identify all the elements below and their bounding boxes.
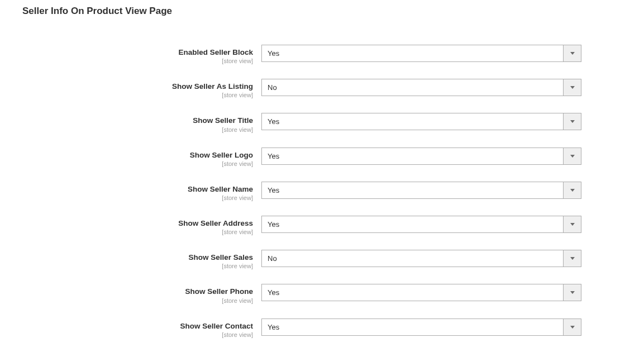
show-seller-phone-select[interactable]: Yes: [261, 284, 581, 301]
field-scope: [store view]: [22, 331, 253, 338]
select-value[interactable]: Yes: [261, 45, 563, 62]
field-label-wrap: Show Seller As Listing[store view]: [22, 79, 261, 98]
chevron-down-icon[interactable]: [563, 148, 581, 165]
chevron-down-icon[interactable]: [563, 319, 581, 336]
field-label-wrap: Show Seller Phone[store view]: [22, 284, 261, 303]
field-scope: [store view]: [22, 229, 253, 235]
field-label-wrap: Show Seller Contact[store view]: [22, 319, 261, 338]
field-scope: [store view]: [22, 58, 253, 64]
field-control: Yes: [261, 148, 581, 165]
show-seller-logo-select[interactable]: Yes: [261, 148, 581, 165]
field-row-enabled-seller-block: Enabled Seller Block[store view]Yes: [22, 45, 610, 64]
field-label-wrap: Show Seller Name[store view]: [22, 182, 261, 201]
field-row-show-seller-address: Show Seller Address[store view]Yes: [22, 216, 610, 235]
chevron-down-icon[interactable]: [563, 45, 581, 62]
field-control: No: [261, 79, 581, 96]
chevron-down-icon[interactable]: [563, 250, 581, 267]
form-container: Enabled Seller Block[store view]YesShow …: [22, 45, 610, 347]
show-seller-title-select[interactable]: Yes: [261, 113, 581, 130]
select-value[interactable]: No: [261, 250, 563, 267]
field-scope: [store view]: [22, 263, 253, 269]
select-value[interactable]: Yes: [261, 148, 563, 165]
select-value[interactable]: Yes: [261, 182, 563, 199]
field-label-wrap: Show Seller Logo[store view]: [22, 148, 261, 167]
field-label-wrap: Show Seller Sales[store view]: [22, 250, 261, 269]
chevron-down-icon[interactable]: [563, 182, 581, 199]
field-label-wrap: Show Seller Address[store view]: [22, 216, 261, 235]
field-control: Yes: [261, 45, 581, 62]
select-value[interactable]: Yes: [261, 113, 563, 130]
field-row-show-seller-title: Show Seller Title[store view]Yes: [22, 113, 610, 132]
select-value[interactable]: Yes: [261, 284, 563, 301]
field-control: Yes: [261, 216, 581, 233]
field-row-show-seller-phone: Show Seller Phone[store view]Yes: [22, 284, 610, 303]
select-value[interactable]: No: [261, 79, 563, 96]
field-label: Show Seller Phone: [22, 287, 253, 296]
chevron-down-icon[interactable]: [563, 113, 581, 130]
field-control: Yes: [261, 113, 581, 130]
field-label: Show Seller Name: [22, 185, 253, 194]
enabled-seller-block-select[interactable]: Yes: [261, 45, 581, 62]
show-seller-address-select[interactable]: Yes: [261, 216, 581, 233]
field-scope: [store view]: [22, 297, 253, 304]
field-row-show-seller-name: Show Seller Name[store view]Yes: [22, 182, 610, 201]
field-label-wrap: Show Seller Title[store view]: [22, 113, 261, 132]
field-control: Yes: [261, 284, 581, 301]
field-scope: [store view]: [22, 126, 253, 133]
select-value[interactable]: Yes: [261, 216, 563, 233]
field-label: Show Seller Title: [22, 116, 253, 125]
chevron-down-icon[interactable]: [563, 284, 581, 301]
field-label-wrap: Enabled Seller Block[store view]: [22, 45, 261, 64]
field-label: Show Seller Sales: [22, 253, 253, 262]
field-scope: [store view]: [22, 92, 253, 98]
show-seller-as-listing-select[interactable]: No: [261, 79, 581, 96]
field-control: Yes: [261, 319, 581, 336]
field-label: Enabled Seller Block: [22, 48, 253, 57]
field-label: Show Seller Address: [22, 219, 253, 228]
field-label: Show Seller Logo: [22, 151, 253, 160]
field-label: Show Seller As Listing: [22, 82, 253, 91]
field-control: Yes: [261, 182, 581, 199]
show-seller-sales-select[interactable]: No: [261, 250, 581, 267]
field-row-show-seller-contact: Show Seller Contact[store view]Yes: [22, 319, 610, 338]
section-title: Seller Info On Product View Page: [22, 6, 622, 17]
field-scope: [store view]: [22, 160, 253, 167]
field-label: Show Seller Contact: [22, 322, 253, 331]
chevron-down-icon[interactable]: [563, 216, 581, 233]
show-seller-contact-select[interactable]: Yes: [261, 319, 581, 336]
chevron-down-icon[interactable]: [563, 79, 581, 96]
field-row-show-seller-as-listing: Show Seller As Listing[store view]No: [22, 79, 610, 98]
show-seller-name-select[interactable]: Yes: [261, 182, 581, 199]
field-row-show-seller-logo: Show Seller Logo[store view]Yes: [22, 148, 610, 167]
field-control: No: [261, 250, 581, 267]
field-scope: [store view]: [22, 194, 253, 201]
field-row-show-seller-sales: Show Seller Sales[store view]No: [22, 250, 610, 269]
select-value[interactable]: Yes: [261, 319, 563, 336]
